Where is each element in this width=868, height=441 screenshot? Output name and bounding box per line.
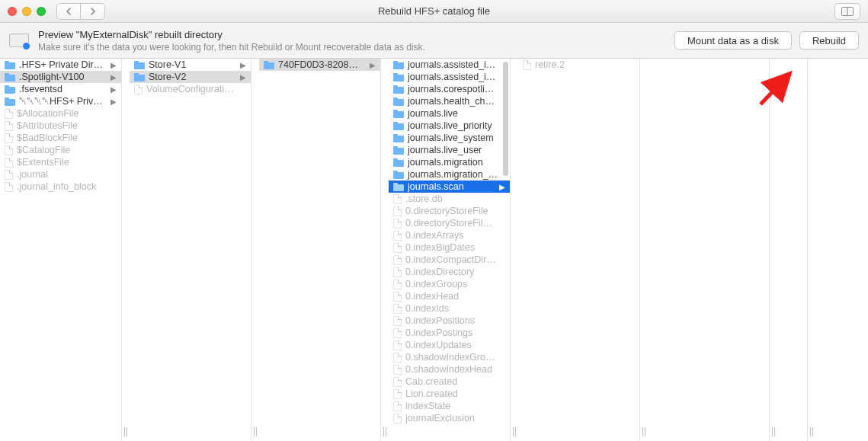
rebuild-button[interactable]: Rebuild — [799, 31, 859, 50]
column-2: 740FD0D3-8208…▶ — [259, 59, 381, 441]
file-row[interactable]: 0.indexArrays — [389, 229, 510, 241]
folder-icon — [393, 171, 404, 179]
file-icon — [393, 401, 402, 411]
file-row[interactable]: journalExclusion — [389, 412, 510, 424]
scrollbar[interactable] — [503, 62, 508, 176]
file-row[interactable]: $BadBlockFile — [0, 132, 121, 144]
file-row[interactable]: 0.indexUpdates — [389, 339, 510, 351]
column-resize-handle[interactable]: || — [251, 59, 259, 441]
file-row[interactable]: 0.indexCompactDir… — [389, 254, 510, 266]
view-mode-button[interactable] — [834, 3, 860, 20]
column-resize-handle[interactable]: || — [511, 59, 518, 441]
chevron-right-icon: ▶ — [240, 61, 248, 69]
column-resize-handle[interactable]: || — [381, 59, 389, 441]
file-row[interactable]: 0.indexHead — [389, 290, 510, 302]
folder-row[interactable]: ␀␀␀␀HFS+ Private D…▶ — [0, 95, 121, 107]
file-row[interactable]: Lion.created — [389, 388, 510, 400]
row-label: Store-V1 — [149, 59, 236, 70]
window-title: Rebuild HFS+ catalog file — [0, 5, 868, 17]
folder-row[interactable]: journals.live_user — [389, 144, 510, 156]
row-label: 0.shadowIndexGro… — [405, 352, 507, 363]
file-icon — [5, 133, 13, 143]
minimize-window-button[interactable] — [22, 7, 31, 16]
folder-row[interactable]: .HFS+ Private Dire…▶ — [0, 59, 121, 71]
zoom-window-button[interactable] — [37, 7, 46, 16]
folder-icon — [5, 97, 15, 106]
nav-forward-button[interactable] — [81, 3, 105, 20]
file-row[interactable]: .journal — [0, 168, 121, 181]
row-label: 0.indexDirectory — [405, 267, 507, 277]
header-title: Preview "MyExternalDisk" rebuilt directo… — [38, 29, 425, 40]
file-row[interactable]: 0.indexIds — [389, 302, 510, 315]
file-row[interactable]: 0.directoryStoreFile — [389, 205, 510, 217]
file-row[interactable]: .store.db — [389, 193, 510, 205]
folder-row[interactable]: Store-V2▶ — [130, 71, 251, 83]
header: Preview "MyExternalDisk" rebuilt directo… — [0, 23, 868, 59]
column-resize-handle[interactable]: || — [808, 59, 815, 441]
column-resize-handle[interactable]: || — [122, 59, 130, 441]
row-label: 0.indexPositions — [405, 315, 507, 326]
column-browser: .HFS+ Private Dire…▶.Spotlight-V100▶.fse… — [0, 59, 868, 441]
close-window-button[interactable] — [8, 7, 17, 16]
row-label: retire.2 — [535, 59, 636, 70]
folder-row[interactable]: journals.live_priority — [389, 120, 510, 132]
file-row[interactable]: 0.indexBigDates — [389, 241, 510, 254]
nav-back-button[interactable] — [56, 3, 81, 20]
file-icon — [393, 280, 402, 289]
folder-row[interactable]: Store-V1▶ — [130, 59, 251, 71]
file-icon — [393, 328, 402, 338]
folder-row[interactable]: journals.live_system — [389, 132, 510, 144]
file-icon — [523, 60, 531, 70]
mount-data-button[interactable]: Mount data as a disk — [674, 31, 792, 50]
file-icon — [393, 414, 402, 423]
row-label: journals.health_ch… — [408, 96, 507, 107]
row-label: journals.live_system — [408, 133, 507, 143]
folder-row[interactable]: 740FD0D3-8208…▶ — [259, 59, 380, 71]
folder-row[interactable]: journals.assisted_i… — [389, 59, 510, 71]
file-row[interactable]: $AllocationFile — [0, 107, 121, 120]
header-text: Preview "MyExternalDisk" rebuilt directo… — [38, 29, 425, 53]
file-row[interactable]: 0.indexGroups — [389, 278, 510, 290]
row-label: Cab.created — [405, 376, 507, 387]
row-label: 0.indexCompactDir… — [405, 254, 507, 265]
row-label: $AllocationFile — [17, 108, 118, 119]
folder-icon — [393, 85, 404, 94]
folder-row[interactable]: journals.health_ch… — [389, 95, 510, 107]
file-row[interactable]: $ExtentsFile — [0, 156, 121, 168]
folder-row[interactable]: journals.corespotli… — [389, 83, 510, 95]
file-row[interactable]: 0.indexDirectory — [389, 266, 510, 278]
folder-icon — [393, 146, 404, 155]
file-row[interactable]: 0.indexPositions — [389, 315, 510, 327]
file-row[interactable]: Cab.created — [389, 375, 510, 388]
file-row[interactable]: 0.shadowIndexHead — [389, 363, 510, 375]
folder-icon — [134, 73, 145, 81]
folder-row[interactable]: .Spotlight-V100▶ — [0, 71, 121, 83]
file-row[interactable]: 0.directoryStoreFil… — [389, 217, 510, 229]
file-row[interactable]: indexState — [389, 400, 510, 412]
file-row[interactable]: $AttributesFile — [0, 120, 121, 132]
folder-row[interactable]: journals.migration — [389, 156, 510, 168]
folder-icon — [264, 61, 274, 69]
column-resize-handle[interactable]: || — [640, 59, 648, 441]
chevron-right-icon: ▶ — [111, 61, 118, 69]
row-label: Lion.created — [405, 388, 507, 399]
file-row[interactable]: 0.shadowIndexGro… — [389, 351, 510, 363]
folder-row[interactable]: journals.scan▶ — [389, 181, 510, 193]
folder-row[interactable]: journals.assisted_i… — [389, 71, 510, 83]
file-row[interactable]: .journal_info_block — [0, 181, 121, 193]
folder-row[interactable]: journals.live — [389, 107, 510, 120]
file-row[interactable]: VolumeConfigurati… — [130, 83, 251, 95]
folder-icon — [393, 158, 404, 167]
file-row[interactable]: retire.2 — [518, 59, 639, 71]
file-icon — [393, 231, 402, 241]
folder-icon — [393, 97, 404, 106]
column-resize-handle[interactable]: || — [770, 59, 777, 441]
file-row[interactable]: 0.indexPostings — [389, 327, 510, 339]
file-row[interactable]: $CatalogFile — [0, 144, 121, 156]
column-1: Store-V1▶Store-V2▶VolumeConfigurati… — [130, 59, 251, 441]
file-icon — [5, 145, 13, 155]
row-label: journals.assisted_i… — [408, 59, 507, 70]
folder-row[interactable]: .fseventsd▶ — [0, 83, 121, 95]
folder-row[interactable]: journals.migration_… — [389, 168, 510, 181]
file-icon — [5, 182, 13, 192]
